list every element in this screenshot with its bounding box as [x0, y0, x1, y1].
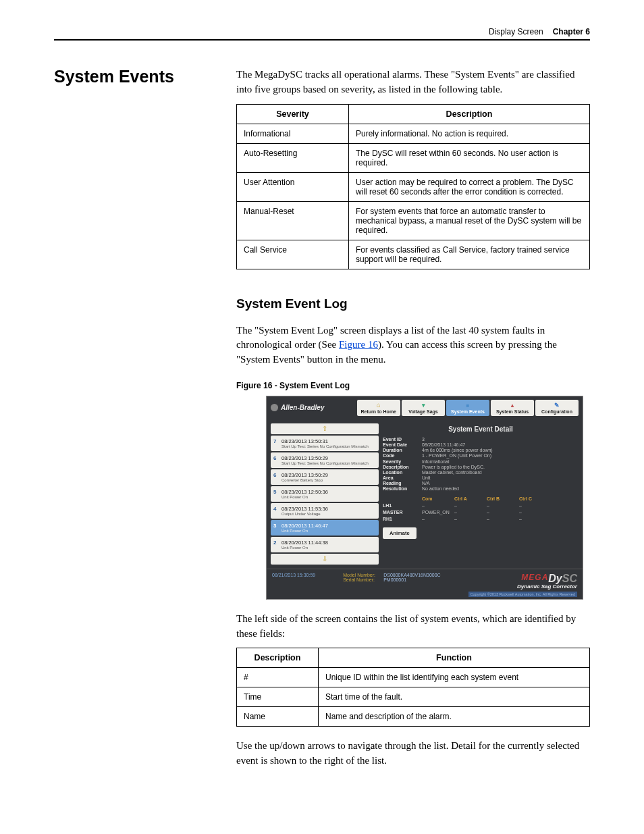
figure-link[interactable]: Figure 16	[339, 339, 378, 350]
table-row: #Unique ID within the list identifying e…	[237, 668, 590, 687]
return-home-button[interactable]: Return to Home	[357, 400, 401, 416]
animate-button[interactable]: Animate	[383, 527, 417, 539]
table-row: Auto-ResettingThe DySC will reset within…	[237, 143, 590, 172]
event-detail-panel: System Event Detail Event ID3Event Date0…	[383, 423, 579, 565]
tab-system-events[interactable]: System Events	[446, 400, 489, 416]
fields-table: Description Function #Unique ID within t…	[236, 648, 590, 727]
event-list-item[interactable]: 308/20/2013 11:46:47Unit Power On	[271, 520, 379, 536]
footer-model-info: Model Number:DS0800KA480V16N3000C Serial…	[343, 573, 440, 597]
log-intro: The "System Event Log" screen displays a…	[236, 323, 590, 367]
detail-row: ReadingN/A	[383, 481, 579, 486]
footer-timestamp: 08/21/2013 15:30:59	[272, 573, 315, 597]
event-list-item[interactable]: 508/23/2013 12:50:36Unit Power On	[271, 486, 379, 502]
list-down-button[interactable]: ⇩	[271, 554, 379, 565]
cabinet-row: RH1––––	[383, 517, 579, 521]
tab-configuration[interactable]: Configuration	[535, 400, 579, 416]
detail-row: Event ID3	[383, 437, 579, 442]
table-row: Call ServiceFor events classified as Cal…	[237, 240, 590, 269]
detail-row: SeverityInformational	[383, 459, 579, 464]
cabinet-row: LH1––––	[383, 503, 579, 508]
event-list-item[interactable]: 408/23/2013 11:53:36Output Under Voltage	[271, 503, 379, 519]
detail-row: Event Date08/20/2013 11:46:47	[383, 442, 579, 447]
intro-paragraph: The MegaDySC tracks all operational alar…	[236, 68, 590, 97]
fields-header-1: Function	[319, 648, 590, 668]
table-row: Manual-ResetFor system events that force…	[237, 201, 590, 240]
nav-text: Use the up/down arrows to navigate throu…	[236, 739, 590, 768]
event-list-item[interactable]: 608/23/2013 13:50:29Converter Battery St…	[271, 469, 379, 485]
screenshot-figure: Allen-Bradley Return to Home Voltage Sag…	[266, 396, 583, 600]
nav-tabs: Return to Home Voltage Sags System Event…	[357, 400, 579, 416]
event-list: ⇧ 708/23/2013 13:50:31Start Up Test: Ser…	[271, 423, 379, 565]
severity-table: Severity Description InformationalPurely…	[236, 104, 590, 269]
header-chapter: Chapter 6	[553, 27, 590, 36]
left-side-text: The left side of the screen contains the…	[236, 612, 590, 642]
copyright: Copyright ©2013 Rockwell Automation, Inc…	[468, 592, 577, 597]
table-row: InformationalPurely informational. No ac…	[237, 124, 590, 143]
event-list-item[interactable]: 608/23/2013 13:50:29Start Up Test: Serie…	[271, 452, 379, 468]
list-up-button[interactable]: ⇧	[271, 423, 379, 434]
table-row: TimeStart time of the fault.	[237, 687, 590, 707]
page-header: Display Screen Chapter 6	[54, 27, 590, 41]
cabinet-row: MASTERPOWER_ON–––	[383, 510, 579, 515]
section-title: System Events	[54, 68, 223, 86]
detail-row: Code1 - POWER_ON (Unit Power On)	[383, 453, 579, 458]
cabinet-table: ComCtrl ACtrl BCtrl C LH1––––MASTERPOWER…	[383, 496, 579, 521]
header-subject: Display Screen	[489, 27, 543, 36]
detail-row: LocationMaster cabinet, controlboard	[383, 470, 579, 475]
tab-voltage-sags[interactable]: Voltage Sags	[402, 400, 445, 416]
table-row: NameName and description of the alarm.	[237, 707, 590, 727]
tab-system-status[interactable]: System Status	[491, 400, 534, 416]
detail-row: ResolutionNo action needed	[383, 486, 579, 491]
event-list-item[interactable]: 208/20/2013 11:44:38Unit Power On	[271, 537, 379, 552]
detail-row: AreaUnit	[383, 475, 579, 480]
event-list-item[interactable]: 708/23/2013 13:50:31Start Up Test: Serie…	[271, 436, 379, 451]
detail-title: System Event Detail	[383, 425, 579, 433]
subheading: System Event Log	[236, 296, 590, 311]
severity-header-0: Severity	[237, 104, 349, 124]
table-row: User AttentionUser action may be require…	[237, 172, 590, 201]
fields-header-0: Description	[237, 648, 319, 668]
detail-row: Duration4m 6s 000ms (since power down)	[383, 448, 579, 452]
tagline: Dynamic Sag Corrector	[468, 583, 577, 590]
severity-header-1: Description	[349, 104, 590, 124]
allen-bradley-logo: Allen-Bradley	[271, 404, 324, 411]
figure-caption: Figure 16 - System Event Log	[236, 381, 590, 390]
detail-row: DescriptionPower is applied to the DySC.	[383, 465, 579, 469]
